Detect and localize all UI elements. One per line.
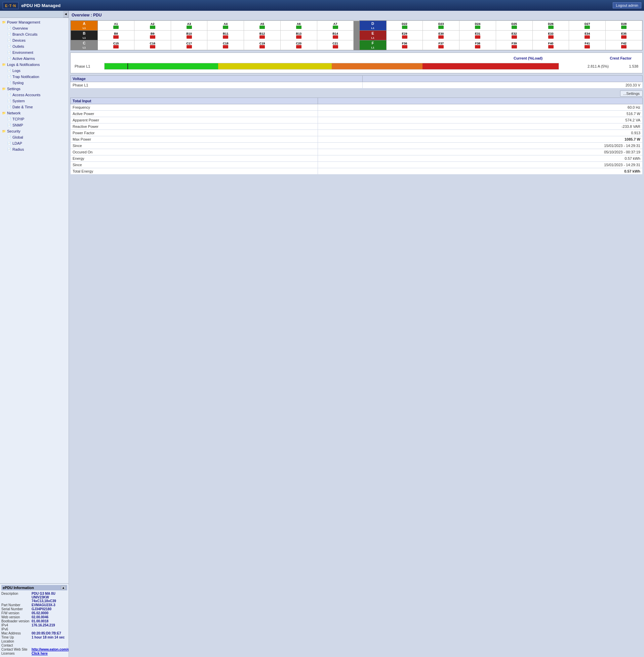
epdu-info-row: Mac Address00:20:85:D0:7B:E7 [1, 631, 67, 635]
sidebar-item-trap-notification[interactable]: 📄 Trap Notification [0, 74, 69, 80]
circuit-A4[interactable]: A4 [207, 21, 244, 30]
circuit-F40[interactable]: F40 [532, 40, 569, 50]
circuit-B11[interactable]: B11 [207, 30, 244, 40]
sidebar-label-devices: Devices [13, 38, 26, 42]
sidebar-collapse-button[interactable]: ◄ [63, 11, 69, 18]
circuit-C17[interactable]: C17 [171, 40, 207, 50]
app-title: ePDU HD Managed [21, 3, 61, 8]
circuit-C18[interactable]: C18 [207, 40, 244, 50]
epdu-info-fields: DescriptionPDU G3 MA 0U UNIV23KW 74xC13,… [1, 592, 67, 655]
phase-divider-2 [353, 30, 359, 40]
sidebar-item-system[interactable]: 📄 System [0, 98, 69, 104]
circuit-F37[interactable]: F37 [423, 40, 459, 50]
circuit-F39[interactable]: F39 [496, 40, 532, 50]
circuit-A2[interactable]: A2 [134, 21, 171, 30]
sidebar-item-security[interactable]: 📁 Security [0, 128, 69, 134]
total-input-value: 0.57 kWh [318, 168, 642, 175]
circuit-E34[interactable]: E34 [569, 30, 606, 40]
total-input-label: Frequency [71, 104, 318, 111]
sidebar-item-date-time[interactable]: 📄 Date & Time [0, 104, 69, 110]
page-icon-date-time: 📄 [7, 105, 12, 109]
circuit-B8[interactable]: B8 [98, 30, 134, 40]
circuit-F41[interactable]: F41 [569, 40, 606, 50]
page-icon-global: 📄 [7, 135, 12, 139]
circuit-A7[interactable]: A7 [317, 21, 353, 30]
sidebar-item-tcp-ip[interactable]: 📄 TCP/IP [0, 116, 69, 122]
sidebar-label-access-accounts: Access Accounts [13, 93, 40, 97]
circuit-C15[interactable]: C15 [98, 40, 134, 50]
circuit-E29[interactable]: E29 [386, 30, 423, 40]
circuit-E32[interactable]: E32 [496, 30, 532, 40]
circuit-F42[interactable]: F42 [606, 40, 642, 50]
sidebar-item-environment[interactable]: 📄 Environment [0, 49, 69, 56]
circuit-B13[interactable]: B13 [280, 30, 317, 40]
circuit-D27[interactable]: D27 [569, 21, 606, 30]
epdu-field-value[interactable]: Click here [31, 652, 48, 655]
sidebar-label-power-management: Power Management [7, 20, 40, 24]
circuit-D22[interactable]: D22 [386, 21, 423, 30]
circuit-D25[interactable]: D25 [496, 21, 532, 30]
sidebar-item-power-management[interactable]: 📁 Power Management [0, 19, 69, 25]
circuit-B12[interactable]: B12 [244, 30, 281, 40]
sidebar-item-outlets[interactable]: 📄 Outlets [0, 43, 69, 49]
sidebar-item-global[interactable]: 📄 Global [0, 134, 69, 140]
sidebar-label-snmp: SNMP [13, 123, 23, 127]
circuit-C21[interactable]: C21 [317, 40, 353, 50]
circuit-A6[interactable]: A6 [280, 21, 317, 30]
epdu-field-value: 05.02.0000 [31, 611, 48, 615]
sidebar-item-syslog[interactable]: 📄 Syslog [0, 80, 69, 86]
circuit-D28[interactable]: D28 [606, 21, 642, 30]
sidebar-item-active-alarms[interactable]: 📄 Active Alarms [0, 56, 69, 62]
settings-button[interactable]: ...Settings [620, 90, 643, 96]
circuit-B14[interactable]: B14 [317, 30, 353, 40]
page-icon-branch-circuits: 📄 [7, 32, 12, 37]
circuit-A1[interactable]: A1 [98, 21, 134, 30]
sidebar-item-ldap[interactable]: 📄 LDAP [0, 140, 69, 146]
circuit-E30[interactable]: E30 [423, 30, 459, 40]
sidebar-item-snmp[interactable]: 📄 SNMP [0, 122, 69, 128]
page-icon-tcp-ip: 📄 [7, 117, 12, 122]
circuit-D24[interactable]: D24 [459, 21, 496, 30]
sidebar-item-branch-circuits[interactable]: 📄 Branch Circuits [0, 31, 69, 37]
sidebar-item-logs-notifications[interactable]: 📁 Logs & Notifications [0, 62, 69, 68]
total-input-row: Energy0.57 kWh [71, 155, 643, 162]
circuit-D26[interactable]: D26 [532, 21, 569, 30]
epdu-info-scroll-button[interactable]: ▲ [61, 586, 66, 590]
circuit-C16[interactable]: C16 [134, 40, 171, 50]
sidebar-item-logs[interactable]: 📄 Logs [0, 68, 69, 74]
epdu-info-row: IPv6 [1, 628, 67, 631]
circuit-C20[interactable]: C20 [280, 40, 317, 50]
sidebar-item-radius[interactable]: 📄 Radius [0, 146, 69, 152]
circuit-C19[interactable]: C19 [244, 40, 281, 50]
circuit-E33[interactable]: E33 [532, 30, 569, 40]
page-icon-environment: 📄 [7, 50, 12, 55]
sidebar-label-active-alarms: Active Alarms [13, 57, 35, 61]
sidebar-label-logs-notifications: Logs & Notifications [7, 63, 40, 67]
sidebar-item-access-accounts[interactable]: 📄 Access Accounts [0, 92, 69, 98]
circuit-F38[interactable]: F38 [459, 40, 496, 50]
circuit-D23[interactable]: D23 [423, 21, 459, 30]
epdu-field-value: GJ34P02180 [31, 607, 51, 611]
epdu-field-value[interactable]: http://www.eaton.com/ePDU [31, 648, 69, 651]
folder-icon-security: 📁 [1, 129, 6, 134]
sidebar-item-devices[interactable]: 📄 Devices [0, 37, 69, 43]
epdu-field-label: Location [1, 639, 31, 643]
epdu-info-row: Time Up1 hour 18 min 14 sec [1, 635, 67, 639]
sidebar-item-settings[interactable]: 📁 Settings [0, 86, 69, 92]
total-input-value: 05/10/2023 - 00:37:19 [318, 149, 642, 155]
breadcrumb: Overview : PDU [70, 12, 643, 18]
circuit-A3[interactable]: A3 [171, 21, 207, 30]
circuit-E35[interactable]: E35 [606, 30, 642, 40]
settings-button-row: ...Settings [70, 90, 643, 96]
circuit-F36[interactable]: F36 [386, 40, 423, 50]
current-value: 2.811 A (5%) [562, 64, 609, 68]
circuit-A5[interactable]: A5 [244, 21, 281, 30]
circuit-E31[interactable]: E31 [459, 30, 496, 40]
epdu-info-row: LicensesClick here [1, 652, 67, 655]
circuit-B9[interactable]: B9 [134, 30, 171, 40]
circuit-B10[interactable]: B10 [171, 30, 207, 40]
sidebar-item-overview[interactable]: 📄 Overview [0, 25, 69, 31]
logout-button[interactable]: Logout admin [613, 2, 641, 8]
page-icon-logs: 📄 [7, 68, 12, 73]
sidebar-item-network[interactable]: 📁 Network [0, 110, 69, 116]
